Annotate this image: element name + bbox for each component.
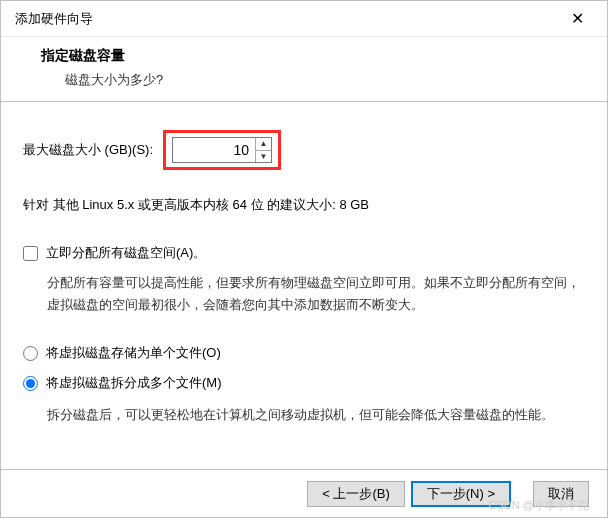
wizard-window: 添加硬件向导 ✕ 指定磁盘容量 磁盘大小为多少? 最大磁盘大小 (GB)(S):… — [0, 0, 608, 518]
store-single-label[interactable]: 将虚拟磁盘存储为单个文件(O) — [46, 344, 221, 362]
allocate-now-row: 立即分配所有磁盘空间(A)。 — [23, 244, 583, 262]
window-title: 添加硬件向导 — [15, 10, 557, 28]
header-title: 指定磁盘容量 — [41, 47, 577, 65]
header-subtitle: 磁盘大小为多少? — [41, 71, 577, 89]
spin-down-icon[interactable]: ▼ — [256, 151, 271, 163]
close-button[interactable]: ✕ — [557, 4, 597, 34]
cancel-button[interactable]: 取消 — [533, 481, 589, 507]
recommended-size-text: 针对 其他 Linux 5.x 或更高版本内核 64 位 的建议大小: 8 GB — [23, 196, 583, 214]
store-single-radio[interactable] — [23, 346, 38, 361]
back-button[interactable]: < 上一步(B) — [307, 481, 405, 507]
spin-up-icon[interactable]: ▲ — [256, 138, 271, 151]
max-size-label: 最大磁盘大小 (GB)(S): — [23, 141, 153, 159]
disk-size-spinbox[interactable]: ▲ ▼ — [172, 137, 272, 163]
allocate-desc: 分配所有容量可以提高性能，但要求所有物理磁盘空间立即可用。如果不立即分配所有空间… — [23, 272, 583, 316]
highlight-box: ▲ ▼ — [163, 130, 281, 170]
store-split-label[interactable]: 将虚拟磁盘拆分成多个文件(M) — [46, 374, 222, 392]
disk-size-input[interactable] — [173, 138, 255, 162]
spin-buttons: ▲ ▼ — [255, 138, 271, 162]
wizard-footer: < 上一步(B) 下一步(N) > 取消 CSDN @小李学不完 — [1, 469, 607, 517]
allocate-now-label[interactable]: 立即分配所有磁盘空间(A)。 — [46, 244, 206, 262]
wizard-content: 最大磁盘大小 (GB)(S): ▲ ▼ 针对 其他 Linux 5.x 或更高版… — [1, 102, 607, 469]
wizard-header: 指定磁盘容量 磁盘大小为多少? — [1, 37, 607, 102]
store-single-row: 将虚拟磁盘存储为单个文件(O) — [23, 344, 583, 362]
next-button[interactable]: 下一步(N) > — [411, 481, 511, 507]
max-size-row: 最大磁盘大小 (GB)(S): ▲ ▼ — [23, 130, 583, 170]
store-split-radio[interactable] — [23, 376, 38, 391]
store-split-row: 将虚拟磁盘拆分成多个文件(M) — [23, 374, 583, 392]
titlebar: 添加硬件向导 ✕ — [1, 1, 607, 37]
store-split-desc: 拆分磁盘后，可以更轻松地在计算机之间移动虚拟机，但可能会降低大容量磁盘的性能。 — [23, 404, 583, 426]
allocate-now-checkbox[interactable] — [23, 246, 38, 261]
